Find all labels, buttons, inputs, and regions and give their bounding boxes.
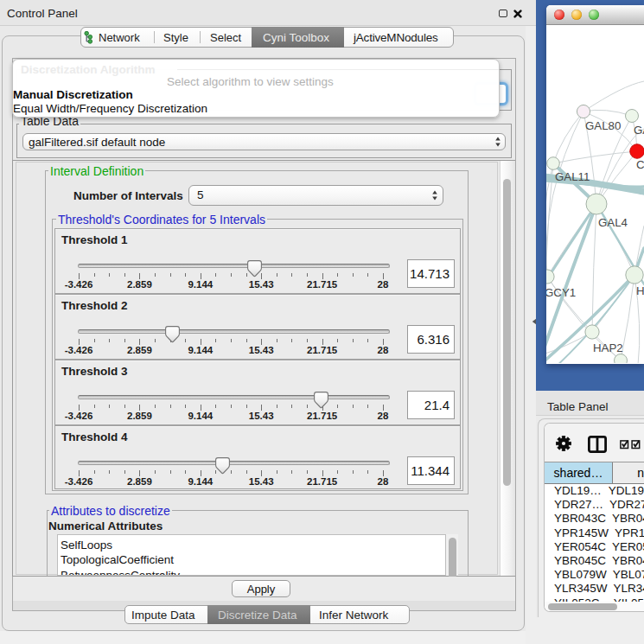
svg-text:H: H	[636, 284, 644, 297]
svg-text:GCY1: GCY1	[546, 286, 576, 299]
svg-text:GAL11: GAL11	[555, 170, 590, 183]
svg-text:GAL80: GAL80	[585, 119, 621, 132]
svg-text:C: C	[636, 158, 644, 171]
svg-text:GAL4: GAL4	[598, 216, 628, 229]
svg-text:HAP2: HAP2	[593, 341, 623, 354]
svg-text:GA: GA	[634, 124, 644, 137]
